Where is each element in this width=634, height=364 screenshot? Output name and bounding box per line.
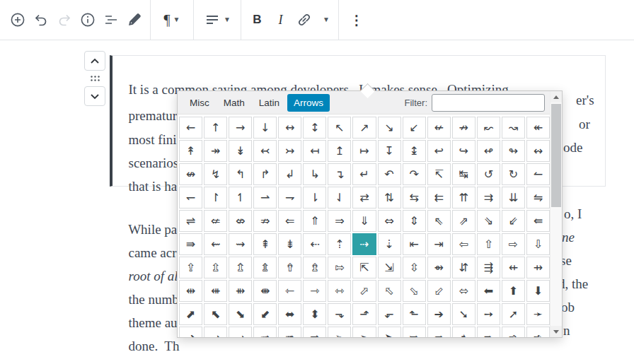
charmap-cell[interactable]: ⇚: [526, 210, 550, 232]
charmap-cell[interactable]: ⬇: [526, 280, 550, 302]
charmap-cell[interactable]: ⇄: [352, 187, 376, 209]
scroll-down-button[interactable]: [551, 326, 562, 337]
link-button[interactable]: [292, 6, 316, 34]
charmap-cell[interactable]: ↜: [477, 117, 500, 139]
charmap-cell[interactable]: ⬍: [303, 303, 326, 325]
filter-input[interactable]: [432, 94, 545, 112]
charmap-cell[interactable]: ↹: [452, 163, 476, 185]
charmap-cell[interactable]: ↙: [403, 117, 426, 139]
charmap-cell[interactable]: ↨: [403, 140, 426, 162]
add-block-button[interactable]: [6, 6, 29, 34]
charmap-cell[interactable]: ⇒: [328, 210, 351, 232]
charmap-cell[interactable]: ⬊: [229, 303, 252, 325]
charmap-cell[interactable]: ⇁: [278, 187, 301, 209]
charmap-cell[interactable]: ↛: [452, 117, 476, 139]
charmap-cell[interactable]: ↮: [179, 163, 202, 185]
charmap-cell[interactable]: ⇺: [204, 280, 227, 302]
charmap-cell[interactable]: ⇨: [502, 233, 525, 255]
charmap-cell[interactable]: ➚: [502, 303, 525, 325]
more-formatting-button[interactable]: ▼: [316, 6, 334, 34]
charmap-cell[interactable]: ↼: [526, 163, 550, 185]
charmap-cell[interactable]: ⬌: [278, 303, 301, 325]
charmap-cell[interactable]: ⇍: [204, 210, 227, 232]
charmap-cell[interactable]: ↾: [204, 187, 227, 209]
charmap-cell[interactable]: ⇜: [204, 233, 227, 255]
charmap-cell[interactable]: ⇓: [352, 210, 376, 232]
info-button[interactable]: [76, 6, 99, 34]
charmap-cell[interactable]: ⇔: [378, 210, 401, 232]
charmap-cell[interactable]: ↦: [352, 140, 376, 162]
charmap-cell[interactable]: ➟: [253, 327, 277, 337]
charmap-cell[interactable]: ➛: [526, 303, 550, 325]
charmap-cell[interactable]: ⇑: [303, 210, 326, 232]
charmap-cell[interactable]: ⬂: [403, 280, 426, 302]
charmap-cell[interactable]: ⇫: [204, 257, 227, 278]
undo-button[interactable]: [29, 6, 52, 34]
edit-button[interactable]: [122, 6, 146, 34]
charmap-cell[interactable]: ⇰: [328, 257, 351, 278]
charmap-cell[interactable]: ←: [179, 117, 202, 139]
charmap-cell[interactable]: ⇻: [229, 280, 252, 302]
charmap-cell[interactable]: ⬈: [179, 303, 202, 325]
charmap-cell[interactable]: ⇳: [403, 257, 426, 278]
charmap-cell[interactable]: ↶: [378, 163, 401, 185]
block-type-button[interactable]: ¶ ▼: [155, 6, 189, 34]
charmap-cell[interactable]: ⬏: [352, 303, 376, 325]
charmap-cell[interactable]: ⇎: [229, 210, 252, 232]
charmap-cell[interactable]: ⇠: [303, 233, 326, 255]
charmap-cell[interactable]: ⇟: [278, 233, 301, 255]
charmap-cell[interactable]: ➩: [502, 327, 525, 337]
drag-handle[interactable]: [84, 71, 105, 86]
charmap-cell[interactable]: ➢: [328, 327, 351, 337]
charmap-cell[interactable]: ⬋: [253, 303, 277, 325]
charmap-cell[interactable]: ⇿: [328, 280, 351, 302]
charmap-cell[interactable]: ⇥: [427, 233, 451, 255]
charmap-cell[interactable]: ➜: [179, 327, 202, 337]
charmap-cell[interactable]: ↞: [526, 117, 550, 139]
charmap-cell[interactable]: ↱: [253, 163, 277, 185]
charmap-cell[interactable]: ➤: [378, 327, 401, 337]
charmap-cell[interactable]: ⇉: [477, 187, 500, 209]
charmap-cell[interactable]: ⬐: [378, 303, 401, 325]
move-down-button[interactable]: [84, 86, 105, 106]
charmap-cell[interactable]: ↩: [427, 140, 451, 162]
options-button[interactable]: ⋮: [343, 6, 370, 34]
charmap-cell[interactable]: ➨: [477, 327, 500, 337]
charmap-cell[interactable]: ➧: [452, 327, 476, 337]
align-button[interactable]: ▼: [198, 6, 236, 34]
charmap-cell[interactable]: ⇝: [229, 233, 252, 255]
charmap-cell[interactable]: ⇩: [526, 233, 550, 255]
charmap-cell[interactable]: ↪: [452, 140, 476, 162]
italic-button[interactable]: I: [269, 6, 292, 34]
charmap-cell[interactable]: ⇷: [502, 257, 525, 278]
charmap-cell[interactable]: ⇞: [253, 233, 277, 255]
charmap-cell[interactable]: ↲: [278, 163, 301, 185]
charmap-cell[interactable]: ⬀: [352, 280, 376, 302]
tab-misc[interactable]: Misc: [183, 94, 216, 112]
charmap-cell[interactable]: ⬉: [204, 303, 227, 325]
charmap-cell[interactable]: ⬄: [452, 280, 476, 302]
charmap-cell[interactable]: ⇾: [303, 280, 326, 302]
charmap-cell[interactable]: ⇹: [179, 280, 202, 302]
charmap-cell[interactable]: ⇊: [502, 187, 525, 209]
charmap-cell[interactable]: ↠: [204, 140, 227, 162]
charmap-cell[interactable]: ↿: [229, 187, 252, 209]
charmap-cell[interactable]: ⇣: [378, 233, 401, 255]
charmap-cell[interactable]: ⇌: [179, 210, 202, 232]
charmap-cell[interactable]: ⬑: [403, 303, 426, 325]
charmap-cell[interactable]: ↧: [378, 140, 401, 162]
charmap-cell[interactable]: ⇗: [452, 210, 476, 232]
charmap-cell[interactable]: ⇋: [526, 187, 550, 209]
scroll-up-button[interactable]: [551, 91, 562, 102]
charmap-cell[interactable]: ↬: [502, 140, 525, 162]
charmap-cell[interactable]: ↖: [328, 117, 351, 139]
charmap-cell[interactable]: ⇃: [328, 187, 351, 209]
charmap-cell[interactable]: ↢: [253, 140, 277, 162]
charmap-cell[interactable]: ↴: [328, 163, 351, 185]
redo-button[interactable]: [52, 6, 76, 34]
charmap-cell[interactable]: ↥: [328, 140, 351, 162]
charmap-cell[interactable]: ↚: [427, 117, 451, 139]
charmap-cell[interactable]: ➘: [452, 303, 476, 325]
charmap-cell[interactable]: ↘: [378, 117, 401, 139]
charmap-cell[interactable]: ⇀: [253, 187, 277, 209]
